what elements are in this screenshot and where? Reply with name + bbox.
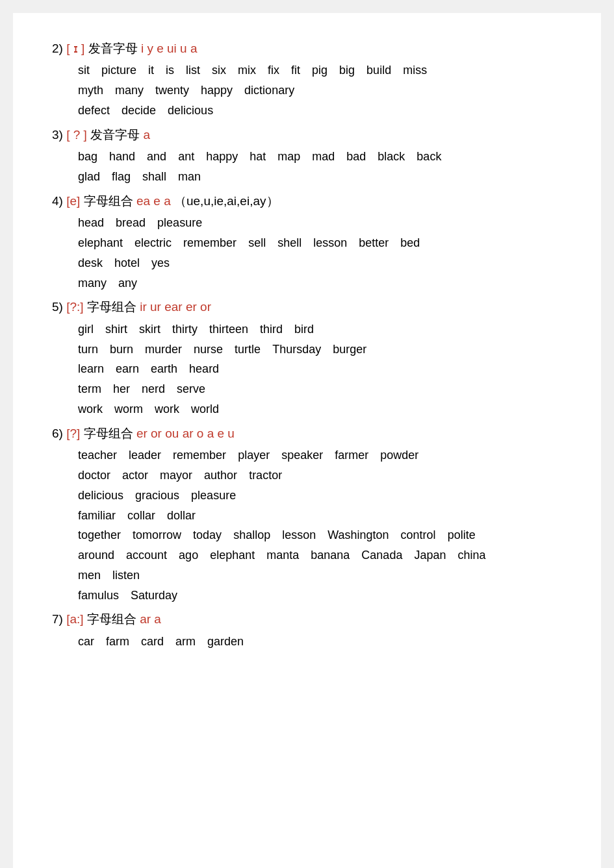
word-item: delicious [168,101,213,120]
section-chinese: 字母组合 [87,300,140,314]
section-phonetic: [e] [66,194,80,208]
word-item: ant [178,147,194,166]
word-item: doctor [78,466,110,485]
word-item: girl [78,320,94,339]
word-item: remember [173,446,226,465]
word-item: map [277,147,300,166]
word-item: nerd [142,380,165,399]
section-header-section7: 7) [a:] 字母组合 ar a [52,610,562,629]
word-item: back [416,147,441,166]
word-item: account [126,546,167,565]
word-line-7: famulusSaturday [52,586,562,605]
section-section4: 4) [e] 字母组合 ea e a （ue,u,ie,ai,ei,ay）hea… [52,192,562,293]
word-item: actor [122,466,148,485]
word-item: hotel [114,254,140,273]
word-item: bag [78,147,97,166]
word-item: hat [249,147,266,166]
word-line-3: termhernerdserve [52,380,562,399]
word-item: is [166,61,174,80]
word-item: flag [112,167,131,186]
word-item: tractor [249,466,282,485]
word-item: pleasure [191,486,236,505]
word-item: her [113,380,130,399]
word-item: better [359,234,389,253]
word-item: earth [151,360,177,378]
word-item: work [78,400,103,419]
word-line-2: learnearnearthheard [52,360,562,378]
word-item: head [78,214,104,232]
word-item: elephant [210,546,255,565]
section-letters: i y e ui u a [141,42,198,55]
word-item: sell [248,234,266,253]
word-item: around [78,546,114,565]
word-item: electric [134,234,172,253]
word-line-2: deliciousgraciouspleasure [52,486,562,505]
word-item: heard [189,360,219,378]
word-item: familiar [78,506,116,525]
word-line-0: headbreadpleasure [52,214,562,232]
section-phonetic: [ ? ] [66,128,87,142]
word-item: fit [291,61,300,80]
word-item: dictionary [244,81,294,100]
word-item: elephant [78,234,123,253]
section-header-section3: 3) [ ? ] 发音字母 a [52,125,562,145]
word-item: Saturday [131,586,177,605]
word-line-5: aroundaccountagoelephantmantabananaCanad… [52,546,562,565]
word-line-0: sitpictureitislistsixmixfixfitpigbigbuil… [52,61,562,80]
word-item: farm [106,632,129,651]
word-item: shall [142,167,166,186]
word-item: bed [400,234,420,253]
word-item: murder [145,340,182,359]
word-item: thirteen [209,320,248,339]
section-chinese: 字母组合 [87,612,140,626]
section-letters: ir ur ear er or [140,300,211,314]
word-line-6: menlisten [52,566,562,585]
section-phonetic: [a:] [66,612,83,626]
section-chinese: 发音字母 [88,42,141,55]
word-item: men [78,566,101,585]
word-item: six [212,61,226,80]
word-line-4: workwormworkworld [52,400,562,419]
section-section7: 7) [a:] 字母组合 ar acarfarmcardarmgarden [52,610,562,651]
word-item: earn [116,360,139,378]
section-extra: （ue,u,ie,ai,ei,ay） [171,194,279,208]
section-letters: er or ou ar o a e u [136,427,235,440]
word-item: and [147,147,166,166]
word-item: polite [448,526,476,545]
word-item: miss [403,61,427,80]
section-letters: ar a [140,612,161,626]
word-item: pleasure [157,214,202,232]
word-item: happy [206,147,238,166]
word-item: powder [380,446,418,465]
word-item: mix [238,61,256,80]
word-item: bird [294,320,314,339]
word-item: banana [311,546,350,565]
word-item: build [366,61,391,80]
word-item: bad [346,147,366,166]
word-item: collar [127,506,155,525]
section-section2: 2) [ ɪ ] 发音字母 i y e ui u asitpictureitis… [52,39,562,120]
section-phonetic: [ ɪ ] [66,42,84,55]
word-item: car [78,632,94,651]
word-item: list [186,61,200,80]
word-item: famulus [78,586,119,605]
word-item: term [78,380,101,399]
word-item: glad [78,167,100,186]
word-item: together [78,526,121,545]
word-item: any [118,274,137,293]
word-item: farmer [335,446,368,465]
section-number: 3) [52,128,66,142]
word-item: turtle [235,340,261,359]
section-section3: 3) [ ? ] 发音字母 abaghandandanthappyhatmapm… [52,125,562,186]
word-item: gracious [135,486,179,505]
word-item: leader [129,446,161,465]
word-item: decide [122,101,156,120]
word-item: ago [179,546,198,565]
section-header-section5: 5) [?:] 字母组合 ir ur ear er or [52,297,562,317]
section-letters: ea e a [136,194,171,208]
word-item: card [141,632,164,651]
word-item: manta [266,546,299,565]
word-line-0: girlshirtskirtthirtythirteenthirdbird [52,320,562,339]
word-item: tomorrow [133,526,181,545]
word-item: turn [78,340,98,359]
